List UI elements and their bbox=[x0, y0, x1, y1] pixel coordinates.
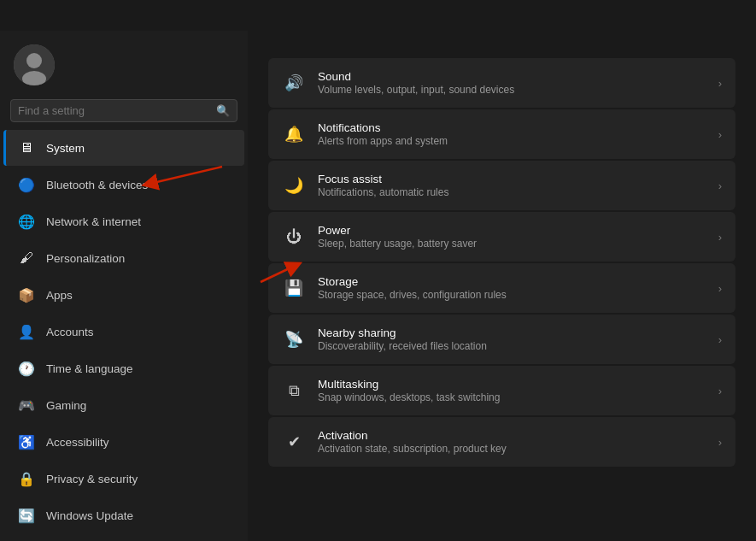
sidebar-item-label: Apps bbox=[46, 289, 73, 302]
settings-list: 🔊 Sound Volume levels, output, input, so… bbox=[268, 58, 735, 467]
window-controls bbox=[628, 0, 746, 31]
nav-list: 🖥 System 🔵 Bluetooth & devices 🌐 Network… bbox=[0, 129, 248, 534]
activation-desc: Activation state, subscription, product … bbox=[318, 443, 706, 455]
sidebar-item-apps[interactable]: 📦 Apps bbox=[3, 277, 244, 313]
svg-point-1 bbox=[26, 53, 42, 68]
sidebar-item-privacy[interactable]: 🔒 Privacy & security bbox=[3, 461, 244, 497]
settings-row-notifications[interactable]: 🔔 Notifications Alerts from apps and sys… bbox=[268, 109, 735, 159]
sidebar-item-label: Accessibility bbox=[46, 436, 109, 449]
sidebar-item-label: Accounts bbox=[46, 326, 94, 338]
sidebar-item-update[interactable]: 🔄 Windows Update bbox=[3, 497, 244, 533]
nearby-text: Nearby sharing Discoverability, received… bbox=[318, 326, 706, 352]
avatar bbox=[14, 44, 55, 85]
bluetooth-icon: 🔵 bbox=[17, 175, 36, 194]
power-text: Power Sleep, battery usage, battery save… bbox=[318, 224, 706, 250]
notifications-title: Notifications bbox=[318, 121, 706, 134]
sidebar-item-label: Time & language bbox=[46, 362, 133, 375]
search-box[interactable]: 🔍 bbox=[10, 99, 237, 122]
sound-chevron: › bbox=[718, 77, 722, 90]
minimize-button[interactable] bbox=[628, 0, 667, 31]
titlebar-left bbox=[10, 3, 628, 27]
storage-chevron: › bbox=[718, 282, 722, 295]
system-icon: 🖥 bbox=[17, 138, 36, 157]
activation-icon: ✔ bbox=[282, 430, 306, 454]
sidebar-item-label: Windows Update bbox=[46, 509, 133, 522]
power-icon: ⏻ bbox=[282, 225, 306, 249]
nearby-chevron: › bbox=[718, 333, 722, 346]
storage-title: Storage bbox=[318, 275, 706, 288]
sidebar-item-label: Personalization bbox=[46, 252, 125, 265]
settings-row-focus[interactable]: 🌙 Focus assist Notifications, automatic … bbox=[268, 161, 735, 210]
settings-row-multitasking[interactable]: ⧉ Multitasking Snap windows, desktops, t… bbox=[268, 366, 735, 415]
main-layout: 🔍 🖥 System 🔵 Bluetooth & devices 🌐 Netwo… bbox=[0, 31, 756, 541]
sound-desc: Volume levels, output, input, sound devi… bbox=[318, 84, 706, 96]
focus-icon: 🌙 bbox=[282, 173, 306, 197]
titlebar bbox=[0, 0, 756, 31]
close-button[interactable] bbox=[706, 0, 746, 31]
sound-title: Sound bbox=[318, 70, 706, 83]
focus-desc: Notifications, automatic rules bbox=[318, 186, 706, 198]
sidebar-item-accounts[interactable]: 👤 Accounts bbox=[3, 314, 244, 350]
multitasking-icon: ⧉ bbox=[282, 379, 306, 403]
activation-chevron: › bbox=[718, 436, 722, 449]
power-title: Power bbox=[318, 224, 706, 237]
accounts-icon: 👤 bbox=[17, 322, 36, 341]
settings-row-power[interactable]: ⏻ Power Sleep, battery usage, battery sa… bbox=[268, 212, 735, 262]
update-icon: 🔄 bbox=[17, 506, 36, 525]
sidebar-item-network[interactable]: 🌐 Network & internet bbox=[3, 203, 244, 239]
back-button[interactable] bbox=[10, 3, 34, 27]
settings-row-nearby[interactable]: 📡 Nearby sharing Discoverability, receiv… bbox=[268, 315, 735, 364]
sidebar-item-label: Bluetooth & devices bbox=[46, 179, 148, 191]
notifications-desc: Alerts from apps and system bbox=[318, 135, 706, 147]
sidebar-item-bluetooth[interactable]: 🔵 Bluetooth & devices bbox=[3, 167, 244, 203]
nearby-icon: 📡 bbox=[282, 327, 306, 351]
activation-title: Activation bbox=[318, 429, 706, 442]
time-icon: 🕐 bbox=[17, 359, 36, 378]
power-chevron: › bbox=[718, 231, 722, 244]
sidebar-item-system[interactable]: 🖥 System bbox=[3, 130, 244, 166]
search-icon: 🔍 bbox=[216, 104, 230, 117]
sound-text: Sound Volume levels, output, input, soun… bbox=[318, 70, 706, 96]
sidebar-item-label: System bbox=[46, 142, 85, 155]
notifications-text: Notifications Alerts from apps and syste… bbox=[318, 121, 706, 147]
network-icon: 🌐 bbox=[17, 212, 36, 231]
multitasking-text: Multitasking Snap windows, desktops, tas… bbox=[318, 378, 706, 403]
personalization-icon: 🖌 bbox=[17, 249, 36, 268]
notifications-icon: 🔔 bbox=[282, 122, 306, 146]
activation-text: Activation Activation state, subscriptio… bbox=[318, 429, 706, 455]
sidebar-item-time[interactable]: 🕐 Time & language bbox=[3, 350, 244, 386]
multitasking-title: Multitasking bbox=[318, 378, 706, 391]
sidebar-item-accessibility[interactable]: ♿ Accessibility bbox=[3, 424, 244, 460]
gaming-icon: 🎮 bbox=[17, 396, 36, 415]
sidebar-item-label: Gaming bbox=[46, 399, 86, 412]
user-profile[interactable] bbox=[0, 31, 248, 96]
privacy-icon: 🔒 bbox=[17, 469, 36, 488]
power-desc: Sleep, battery usage, battery saver bbox=[318, 238, 706, 250]
multitasking-desc: Snap windows, desktops, task switching bbox=[318, 391, 706, 403]
storage-desc: Storage space, drives, configuration rul… bbox=[318, 289, 706, 301]
nearby-desc: Discoverability, received files location bbox=[318, 340, 706, 352]
settings-row-activation[interactable]: ✔ Activation Activation state, subscript… bbox=[268, 417, 735, 467]
multitasking-chevron: › bbox=[718, 385, 722, 397]
focus-text: Focus assist Notifications, automatic ru… bbox=[318, 173, 706, 198]
sidebar-item-personalization[interactable]: 🖌 Personalization bbox=[3, 240, 244, 276]
focus-chevron: › bbox=[718, 179, 722, 192]
sidebar: 🔍 🖥 System 🔵 Bluetooth & devices 🌐 Netwo… bbox=[0, 31, 248, 541]
accessibility-icon: ♿ bbox=[17, 432, 36, 451]
sidebar-item-label: Privacy & security bbox=[46, 473, 138, 485]
search-input[interactable] bbox=[18, 104, 209, 117]
storage-icon: 💾 bbox=[282, 276, 306, 300]
storage-text: Storage Storage space, drives, configura… bbox=[318, 275, 706, 301]
settings-row-storage[interactable]: 💾 Storage Storage space, drives, configu… bbox=[268, 263, 735, 313]
settings-row-sound[interactable]: 🔊 Sound Volume levels, output, input, so… bbox=[268, 58, 735, 108]
content-area: 🔊 Sound Volume levels, output, input, so… bbox=[248, 31, 756, 541]
sound-icon: 🔊 bbox=[282, 71, 306, 95]
sidebar-item-label: Network & internet bbox=[46, 215, 141, 228]
sidebar-item-gaming[interactable]: 🎮 Gaming bbox=[3, 387, 244, 423]
nearby-title: Nearby sharing bbox=[318, 326, 706, 339]
maximize-button[interactable] bbox=[667, 0, 706, 31]
notifications-chevron: › bbox=[718, 128, 722, 141]
apps-icon: 📦 bbox=[17, 285, 36, 304]
focus-title: Focus assist bbox=[318, 173, 706, 185]
